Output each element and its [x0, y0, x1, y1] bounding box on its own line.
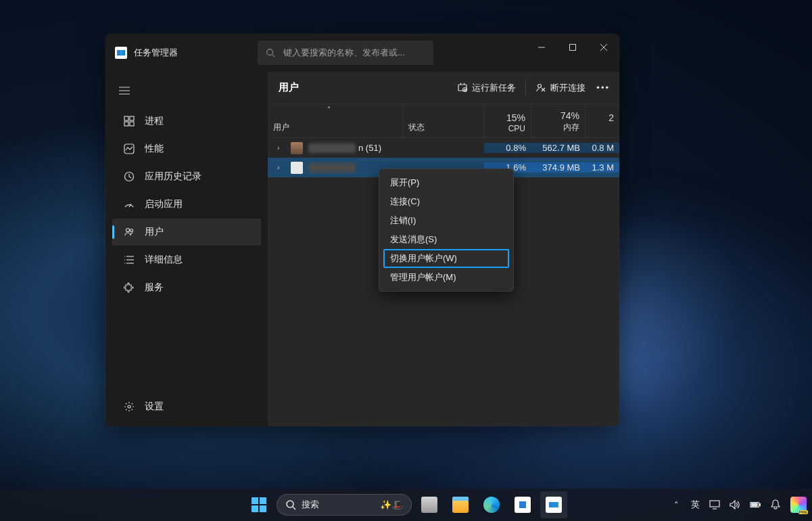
avatar — [291, 142, 303, 154]
svg-rect-10 — [130, 116, 134, 120]
sidebar-label: 启动应用 — [145, 198, 183, 210]
svg-point-16 — [126, 229, 130, 232]
notification-icon[interactable] — [770, 499, 781, 510]
store-icon — [515, 497, 531, 513]
sidebar-label: 应用历史记录 — [145, 171, 201, 183]
chevron-right-icon[interactable]: › — [277, 144, 284, 152]
task-manager-icon — [546, 497, 562, 513]
svg-line-1 — [272, 55, 275, 58]
ctx-connect[interactable]: 连接(C) — [383, 192, 509, 211]
svg-rect-3 — [570, 45, 576, 51]
sidebar-item-performance[interactable]: 性能 — [112, 135, 261, 162]
svg-rect-12 — [130, 122, 134, 126]
store-button[interactable] — [509, 491, 536, 518]
divider — [525, 81, 526, 95]
run-task-icon — [457, 83, 468, 93]
sidebar-label: 详细信息 — [145, 254, 183, 266]
task-manager-window: 任务管理器 键入要搜索的名称、发布者或... 进程 性能 — [105, 34, 619, 426]
window-controls — [526, 34, 619, 61]
copilot-icon[interactable] — [790, 497, 807, 513]
run-new-task-button[interactable]: 运行新任务 — [450, 76, 523, 100]
ellipsis-icon: ••• — [596, 83, 610, 93]
more-button[interactable]: ••• — [592, 76, 614, 100]
ctx-manage-user[interactable]: 管理用户帐户(M) — [383, 268, 509, 287]
close-button[interactable] — [588, 34, 619, 61]
sidebar-item-settings[interactable]: 设置 — [112, 393, 261, 420]
username-blurred — [308, 163, 356, 173]
sort-arrow-icon: ˄ — [327, 106, 331, 113]
battery-icon[interactable] — [750, 499, 761, 510]
taskbar-search[interactable]: 搜索 ✨🎩 — [277, 494, 412, 516]
table-row[interactable]: › n (51) 0.8% 562.7 MB 0.8 M — [268, 138, 619, 158]
svg-point-24 — [128, 405, 130, 408]
search-icon — [285, 499, 296, 510]
disconnect-icon — [535, 83, 546, 93]
grid-icon — [123, 115, 135, 127]
sidebar-item-history[interactable]: 应用历史记录 — [112, 163, 261, 190]
sidebar-label: 服务 — [145, 281, 164, 294]
col-status[interactable]: 状态 — [403, 104, 484, 137]
titlebar: 任务管理器 键入要搜索的名称、发布者或... — [105, 34, 619, 72]
col-extra[interactable]: 2 — [586, 104, 619, 137]
gauge-icon — [123, 198, 135, 210]
folder-icon — [452, 497, 469, 513]
sidebar-label: 进程 — [145, 115, 164, 127]
edge-button[interactable] — [478, 491, 505, 518]
search-icon — [266, 48, 275, 58]
app-title: 任务管理器 — [134, 47, 178, 59]
wave-icon — [123, 143, 135, 155]
svg-line-35 — [293, 507, 295, 509]
history-icon — [123, 171, 135, 183]
ctx-expand[interactable]: 展开(P) — [383, 173, 509, 192]
start-button[interactable] — [245, 491, 272, 518]
col-cpu[interactable]: 15%CPU — [484, 104, 531, 137]
svg-rect-9 — [124, 116, 128, 120]
task-view-icon — [421, 497, 437, 513]
svg-rect-40 — [759, 503, 761, 506]
svg-rect-11 — [124, 122, 128, 126]
sidebar-item-details[interactable]: 详细信息 — [112, 246, 261, 273]
windows-logo-icon — [252, 497, 266, 512]
chevron-right-icon[interactable]: › — [277, 164, 284, 171]
sidebar: 进程 性能 应用历史记录 启动应用 用户 详细信息 — [105, 72, 268, 426]
svg-rect-41 — [751, 503, 757, 506]
chevron-up-icon[interactable]: ˄ — [671, 499, 682, 510]
file-explorer-button[interactable] — [447, 491, 474, 518]
sidebar-item-startup[interactable]: 启动应用 — [112, 191, 261, 218]
search-placeholder: 键入要搜索的名称、发布者或... — [283, 47, 405, 59]
search-input[interactable]: 键入要搜索的名称、发布者或... — [258, 41, 433, 65]
app-icon — [115, 47, 127, 59]
task-view-button[interactable] — [416, 491, 443, 518]
svg-point-17 — [130, 229, 133, 232]
list-icon — [123, 254, 135, 266]
ctx-send-message[interactable]: 发送消息(S) — [383, 230, 509, 249]
svg-point-31 — [538, 84, 542, 87]
task-manager-taskbar-button[interactable] — [540, 491, 567, 518]
ctx-switch-user[interactable]: 切换用户帐户(W) — [383, 249, 509, 268]
col-memory[interactable]: 74%内存 — [531, 104, 586, 137]
minimize-button[interactable] — [526, 34, 557, 61]
page-title: 用户 — [279, 81, 450, 94]
disconnect-button[interactable]: 断开连接 — [529, 76, 592, 100]
settings-label: 设置 — [145, 401, 164, 413]
sidebar-item-services[interactable]: 服务 — [112, 274, 261, 301]
col-user[interactable]: 用户 — [268, 104, 403, 137]
sidebar-label: 性能 — [145, 143, 164, 155]
avatar — [291, 162, 303, 174]
ctx-logoff[interactable]: 注销(I) — [383, 211, 509, 230]
hamburger-button[interactable] — [108, 77, 141, 104]
main-header: 用户 运行新任务 断开连接 ••• — [268, 72, 619, 104]
volume-icon[interactable] — [730, 499, 740, 510]
sidebar-item-users[interactable]: 用户 — [112, 219, 261, 246]
gear-icon — [123, 401, 135, 413]
edge-icon — [483, 497, 500, 513]
username-blurred — [308, 143, 356, 153]
maximize-button[interactable] — [557, 34, 588, 61]
puzzle-icon — [123, 281, 135, 294]
sidebar-item-processes[interactable]: 进程 — [112, 108, 261, 135]
display-icon[interactable] — [709, 499, 720, 510]
column-headers: ˄ 用户 状态 15%CPU 74%内存 2 — [268, 104, 619, 138]
ime-indicator[interactable]: 英 — [691, 499, 700, 511]
svg-point-34 — [287, 501, 293, 507]
search-decoration-icon: ✨🎩 — [380, 499, 403, 510]
